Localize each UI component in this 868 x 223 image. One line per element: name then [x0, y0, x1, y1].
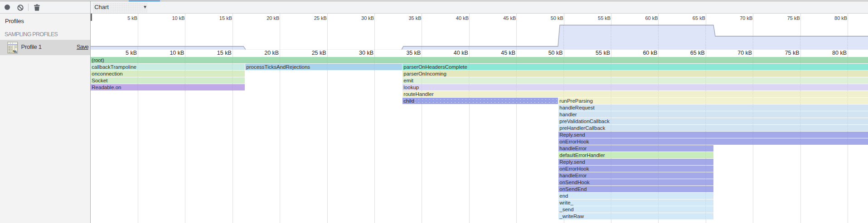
svg-text:%: %: [13, 49, 17, 54]
